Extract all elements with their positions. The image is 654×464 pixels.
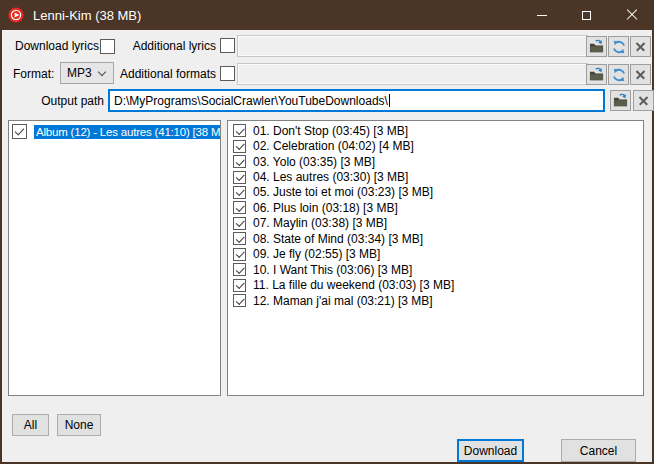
additional-formats-label: Additional formats <box>110 64 216 84</box>
track-row-checkbox[interactable] <box>233 232 246 245</box>
output-path-label: Output path <box>20 90 104 112</box>
clear-lyrics-button[interactable] <box>630 36 651 57</box>
track-row-label: 01. Don't Stop (03:45) [3 MB] <box>253 124 408 138</box>
browse-output-button[interactable] <box>610 90 631 111</box>
track-row-label: 05. Juste toi et moi (03:23) [3 MB] <box>253 185 433 199</box>
track-row-checkbox[interactable] <box>233 201 246 214</box>
album-row[interactable]: Album (12) - Les autres (41:10) [38 MB] <box>12 123 220 140</box>
minimize-button[interactable] <box>519 0 564 30</box>
track-row[interactable]: 05. Juste toi et moi (03:23) [3 MB] <box>233 185 643 200</box>
select-none-button[interactable]: None <box>57 414 101 436</box>
download-lyrics-label: Download lyrics <box>15 36 99 56</box>
select-all-button[interactable]: All <box>12 414 49 436</box>
output-path-value: D:\MyPrograms\SocialCrawler\YouTubeDownl… <box>114 94 388 108</box>
track-row[interactable]: 11. La fille du weekend (03:03) [3 MB] <box>233 277 643 292</box>
maximize-icon <box>582 11 591 20</box>
clear-icon <box>636 70 646 80</box>
track-row-label: 03. Yolo (03:35) [3 MB] <box>253 155 375 169</box>
clear-icon <box>636 42 646 52</box>
additional-lyrics-input <box>237 35 588 57</box>
window-title: Lenni-Kim (38 MB) <box>33 8 141 23</box>
track-row-checkbox[interactable] <box>233 279 246 292</box>
track-row-checkbox[interactable] <box>233 124 246 137</box>
format-value: MP3 <box>67 66 92 80</box>
clear-icon <box>639 96 649 106</box>
track-row[interactable]: 01. Don't Stop (03:45) [3 MB] <box>233 123 643 138</box>
track-row-checkbox[interactable] <box>233 263 246 276</box>
close-button[interactable] <box>609 0 654 30</box>
play-app-icon <box>8 7 24 23</box>
track-row[interactable]: 04. Les autres (03:30) [3 MB] <box>233 169 643 184</box>
folder-icon <box>589 67 604 82</box>
track-row-label: 07. Maylin (03:38) [3 MB] <box>253 216 387 230</box>
format-label: Format: <box>13 64 54 84</box>
clear-output-button[interactable] <box>633 90 654 111</box>
track-row[interactable]: 12. Maman j'ai mal (03:21) [3 MB] <box>233 293 643 308</box>
track-row-label: 08. State of Mind (03:34) [3 MB] <box>253 232 423 246</box>
additional-lyrics-checkbox[interactable] <box>220 38 235 53</box>
cancel-button[interactable]: Cancel <box>561 439 636 462</box>
album-list[interactable]: Album (12) - Les autres (41:10) [38 MB] <box>8 120 221 396</box>
track-row[interactable]: 08. State of Mind (03:34) [3 MB] <box>233 231 643 246</box>
download-button[interactable]: Download <box>457 439 524 462</box>
track-row-checkbox[interactable] <box>233 186 246 199</box>
track-row-checkbox[interactable] <box>233 171 246 184</box>
browse-formats-button[interactable] <box>586 64 607 85</box>
additional-formats-checkbox[interactable] <box>220 66 235 81</box>
refresh-icon <box>612 40 626 54</box>
track-row-label: 06. Plus loin (03:18) [3 MB] <box>253 201 398 215</box>
refresh-formats-button[interactable] <box>608 64 629 85</box>
folder-icon <box>589 39 604 54</box>
track-row[interactable]: 09. Je fly (02:55) [3 MB] <box>233 247 643 262</box>
track-list[interactable]: 01. Don't Stop (03:45) [3 MB]02. Celebra… <box>227 120 644 396</box>
refresh-icon <box>612 68 626 82</box>
track-row[interactable]: 07. Maylin (03:38) [3 MB] <box>233 216 643 231</box>
track-row-label: 02. Celebration (04:02) [4 MB] <box>253 139 414 153</box>
titlebar: Lenni-Kim (38 MB) <box>0 0 654 30</box>
output-path-input[interactable]: D:\MyPrograms\SocialCrawler\YouTubeDownl… <box>108 89 605 112</box>
track-row-label: 09. Je fly (02:55) [3 MB] <box>253 247 380 261</box>
track-row-checkbox[interactable] <box>233 294 246 307</box>
close-icon <box>626 9 638 21</box>
track-row-checkbox[interactable] <box>233 140 246 153</box>
format-select[interactable]: MP3 <box>60 62 114 84</box>
track-row-label: 04. Les autres (03:30) [3 MB] <box>253 170 408 184</box>
folder-icon <box>613 93 628 108</box>
window-controls <box>519 0 654 30</box>
album-row-label: Album (12) - Les autres (41:10) [38 MB] <box>34 125 221 139</box>
track-row-checkbox[interactable] <box>233 155 246 168</box>
browse-lyrics-button[interactable] <box>586 36 607 57</box>
app-window: Lenni-Kim (38 MB) Download lyrics Additi… <box>0 0 654 464</box>
track-row[interactable]: 10. I Want This (03:06) [3 MB] <box>233 262 643 277</box>
track-row[interactable]: 03. Yolo (03:35) [3 MB] <box>233 154 643 169</box>
chevron-down-icon <box>98 68 106 76</box>
refresh-lyrics-button[interactable] <box>608 36 629 57</box>
track-row[interactable]: 06. Plus loin (03:18) [3 MB] <box>233 200 643 215</box>
additional-formats-input <box>237 63 588 85</box>
track-row-label: 12. Maman j'ai mal (03:21) [3 MB] <box>253 294 433 308</box>
track-row-label: 10. I Want This (03:06) [3 MB] <box>253 263 412 277</box>
track-row[interactable]: 02. Celebration (04:02) [4 MB] <box>233 138 643 153</box>
additional-lyrics-label: Additional lyrics <box>110 36 216 56</box>
clear-formats-button[interactable] <box>630 64 651 85</box>
album-row-checkbox[interactable] <box>12 124 27 139</box>
track-row-checkbox[interactable] <box>233 217 246 230</box>
track-row-checkbox[interactable] <box>233 248 246 261</box>
maximize-button[interactable] <box>564 0 609 30</box>
text-cursor <box>389 94 390 107</box>
track-row-label: 11. La fille du weekend (03:03) [3 MB] <box>253 278 454 292</box>
minimize-icon <box>537 15 547 16</box>
